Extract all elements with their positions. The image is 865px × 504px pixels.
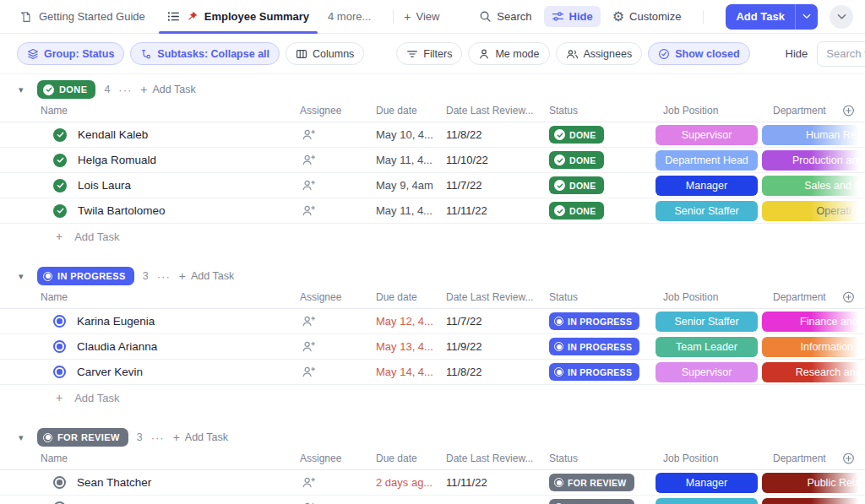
job-position-cell[interactable]: [656, 498, 762, 504]
status-cell[interactable]: DONE: [549, 126, 656, 144]
assignee-cell[interactable]: [300, 204, 376, 217]
table-row[interactable]: Lois Laura May 9, 4am 11/7/22 DONE Manag…: [0, 173, 865, 198]
column-header-date-last-review[interactable]: Date Last Review...: [446, 105, 549, 117]
table-row[interactable]: Karina Eugenia May 12, 4... 11/7/22 IN P…: [0, 309, 865, 334]
tab-employee-summary[interactable]: Employee Summary: [164, 0, 313, 33]
search-tasks-input[interactable]: [817, 41, 865, 67]
column-header-name[interactable]: Name: [0, 291, 300, 303]
collapse-caret-icon[interactable]: ▾: [19, 432, 29, 443]
department-cell[interactable]: Finance and A: [762, 312, 865, 332]
task-name-cell[interactable]: Twila Bartolomeo: [0, 204, 300, 218]
due-date[interactable]: May 14, 4...: [376, 366, 446, 378]
column-header-date-last-review[interactable]: Date Last Review...: [446, 453, 549, 464]
more-views[interactable]: 4 more...: [328, 10, 371, 23]
customize-button[interactable]: ⚙ Customize: [612, 10, 682, 24]
job-position-cell[interactable]: Supervisor: [656, 125, 762, 145]
collapse-caret-icon[interactable]: ▾: [19, 84, 29, 95]
group-menu-button[interactable]: ···: [118, 84, 132, 96]
filters-pill[interactable]: Filters: [396, 42, 462, 65]
table-row[interactable]: Carver Kevin May 14, 4... 11/8/22 IN PRO…: [0, 360, 865, 385]
column-header-name[interactable]: Name: [0, 105, 300, 117]
me-mode-pill[interactable]: Me mode: [468, 42, 549, 65]
column-header-job-position[interactable]: Job Position: [656, 453, 762, 464]
task-name-cell[interactable]: Carver Kevin: [0, 366, 300, 378]
status-cell[interactable]: IN PROGRESS: [549, 363, 656, 381]
search-button[interactable]: Search: [479, 10, 531, 23]
column-header-department[interactable]: Department: [762, 453, 865, 464]
date-last-review[interactable]: 11/11/22: [446, 476, 549, 489]
table-row[interactable]: Twila Bartolomeo May 11, 4... 11/11/22 D…: [0, 198, 865, 224]
department-cell[interactable]: [762, 498, 865, 504]
assignees-pill[interactable]: Assignees: [556, 42, 643, 65]
assignee-cell[interactable]: [300, 154, 376, 166]
column-header-department[interactable]: Department: [762, 105, 865, 117]
column-header-status[interactable]: Status: [549, 105, 656, 117]
table-row[interactable]: Helga Romuald May 11, 4... 11/10/22 DONE…: [0, 148, 865, 173]
status-cell[interactable]: FOR REVIEW: [549, 474, 656, 491]
table-row[interactable]: Kendall Kaleb May 10, 4... 11/8/22 DONE …: [0, 122, 865, 148]
collapse-caret-icon[interactable]: ▾: [19, 271, 29, 282]
date-last-review[interactable]: 11/8/22: [446, 366, 549, 378]
department-cell[interactable]: Human Res: [762, 125, 865, 145]
assignee-cell[interactable]: [300, 366, 376, 378]
column-header-department[interactable]: Department: [762, 291, 865, 303]
add-column-icon[interactable]: [842, 105, 855, 117]
task-name-cell[interactable]: Claudia Arianna: [0, 340, 300, 353]
task-name-cell[interactable]: Karina Eugenia: [0, 315, 300, 328]
add-task-row[interactable]: + Add Task: [0, 385, 865, 410]
department-cell[interactable]: Operati: [762, 201, 865, 221]
add-column-icon[interactable]: [842, 291, 855, 304]
status-cell[interactable]: DONE: [549, 151, 656, 169]
task-name-cell[interactable]: Helga Romuald: [0, 154, 300, 167]
group-add-task-button[interactable]: + Add Task: [140, 83, 195, 96]
assignee-cell[interactable]: [300, 476, 376, 489]
status-group-badge[interactable]: FOR REVIEW: [37, 428, 128, 447]
due-date[interactable]: 2 days ag...: [376, 476, 446, 489]
status-cell[interactable]: DONE: [549, 202, 656, 219]
due-date[interactable]: May 10, 4...: [376, 128, 446, 141]
due-date[interactable]: May 9, 4am: [376, 179, 446, 192]
add-task-button[interactable]: Add Task: [726, 4, 818, 30]
toolbar-hide-button[interactable]: Hide: [782, 47, 812, 60]
job-position-cell[interactable]: Senior Staffer: [656, 312, 762, 332]
due-date[interactable]: May 12, 4...: [376, 315, 446, 328]
column-header-due-date[interactable]: Due date: [376, 453, 446, 464]
department-cell[interactable]: Public Rela: [762, 473, 865, 493]
assignee-cell[interactable]: [300, 179, 376, 192]
tab-getting-started-guide[interactable]: Getting Started Guide: [17, 0, 149, 33]
group-by-pill[interactable]: Group: Status: [17, 42, 124, 65]
column-header-status[interactable]: Status: [549, 291, 656, 303]
group-add-task-button[interactable]: + Add Task: [179, 269, 234, 283]
group-menu-button[interactable]: ···: [157, 270, 171, 283]
department-cell[interactable]: Production and M: [762, 150, 865, 171]
status-cell[interactable]: FOR REVIEW: [549, 499, 656, 504]
column-header-due-date[interactable]: Due date: [376, 291, 446, 303]
date-last-review[interactable]: 11/8/22: [446, 128, 549, 141]
group-add-task-button[interactable]: + Add Task: [173, 431, 228, 444]
department-cell[interactable]: Sales and M: [762, 176, 865, 196]
job-position-cell[interactable]: Manager: [656, 473, 762, 493]
column-header-assignee[interactable]: Assignee: [300, 291, 376, 303]
task-name-cell[interactable]: Kendall Kaleb: [0, 128, 300, 142]
column-header-name[interactable]: Name: [0, 453, 300, 464]
add-column-icon[interactable]: [842, 453, 855, 465]
due-date[interactable]: May 11, 4...: [376, 154, 446, 166]
status-cell[interactable]: IN PROGRESS: [549, 312, 656, 330]
status-group-badge[interactable]: IN PROGRESS: [37, 267, 134, 285]
due-date[interactable]: May 11, 4...: [376, 204, 446, 217]
assignee-cell[interactable]: [300, 340, 376, 353]
table-row[interactable]: Sean Thatcher 2 days ag... 11/11/22 FOR …: [0, 470, 865, 496]
department-cell[interactable]: Information Te: [762, 337, 865, 357]
task-name-cell[interactable]: Lois Laura: [0, 179, 300, 192]
status-cell[interactable]: DONE: [549, 176, 656, 194]
column-header-date-last-review[interactable]: Date Last Review...: [446, 291, 549, 303]
table-row[interactable]: FOR REVIEW: [0, 496, 865, 504]
column-header-assignee[interactable]: Assignee: [300, 453, 376, 464]
chevron-down-icon[interactable]: [796, 4, 818, 30]
column-header-assignee[interactable]: Assignee: [300, 105, 376, 117]
column-header-job-position[interactable]: Job Position: [656, 105, 762, 117]
due-date[interactable]: May 13, 4...: [376, 340, 446, 353]
column-header-job-position[interactable]: Job Position: [656, 291, 762, 303]
job-position-cell[interactable]: Team Leader: [656, 337, 762, 357]
assignee-cell[interactable]: [300, 128, 376, 141]
